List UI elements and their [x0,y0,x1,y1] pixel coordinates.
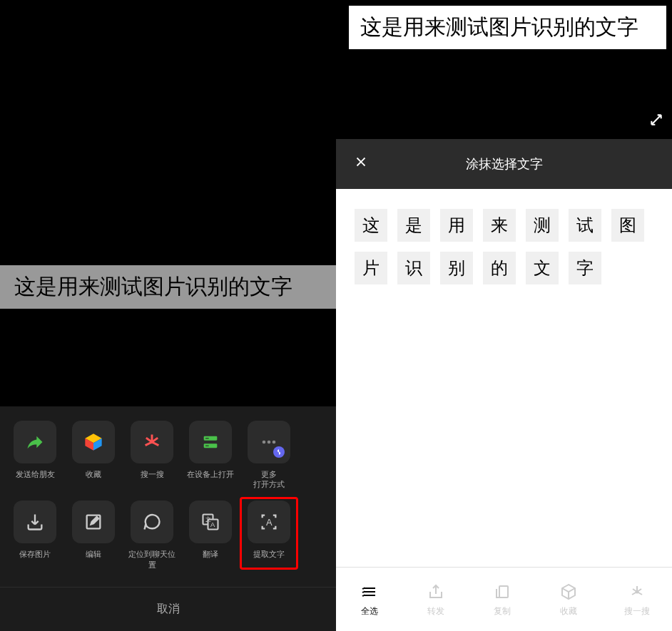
expand-icon[interactable] [649,113,663,130]
header-title: 涂抹选择文字 [466,155,543,173]
svg-point-12 [273,440,276,443]
character-item[interactable]: 片 [355,252,387,284]
share-icon [425,581,447,602]
cancel-button[interactable]: 取消 [0,587,336,631]
character-item[interactable]: 图 [611,209,644,242]
image-overlay-text: 这是用来测试图片识别的文字 [0,265,336,309]
copy-button[interactable]: 复制 [492,581,513,617]
svg-text:A: A [210,521,215,528]
svg-rect-8 [205,438,209,438]
locate-chat-button[interactable]: 定位到聊天位置 [123,501,181,570]
mini-program-badge-icon [273,446,285,458]
forward-button[interactable]: 转发 [425,581,447,617]
search-button-bottom[interactable]: 搜一搜 [624,581,650,617]
spark-outline-icon [626,581,648,602]
more-open-button[interactable]: 更多 打开方式 [240,421,298,490]
open-device-button[interactable]: 在设备上打开 [181,421,240,490]
svg-point-10 [263,440,266,443]
copy-icon [492,581,513,602]
search-button[interactable]: 搜一搜 [123,421,181,490]
character-item[interactable]: 这 [355,209,387,242]
download-icon [25,512,45,532]
translate-button[interactable]: 文 A 翻译 [181,501,240,570]
svg-point-11 [268,440,271,443]
character-item[interactable]: 来 [483,209,516,242]
share-row-1: 发送给朋友 收藏 [0,421,336,501]
send-friends-button[interactable]: 发送给朋友 [6,421,64,490]
chat-bubble-icon [142,512,162,532]
svg-rect-9 [205,445,209,446]
select-all-button[interactable]: 全选 [359,581,380,617]
share-row-2: 保存图片 编辑 定位到聊天位置 [0,501,336,581]
svg-text:A: A [266,517,273,528]
spark-icon [142,432,162,452]
selection-header: 涂抹选择文字 [336,139,672,189]
extract-text-button[interactable]: A 提取文字 [240,497,298,570]
favorites-button[interactable]: 收藏 [64,421,123,490]
character-item[interactable]: 识 [397,252,430,284]
share-sheet: 发送给朋友 收藏 [0,406,336,631]
edit-button[interactable]: 编辑 [64,501,123,570]
character-selection-area: 这是用来测试图片识别的文字 [336,189,672,567]
share-arrow-icon [25,432,45,452]
save-image-button[interactable]: 保存图片 [6,501,64,570]
close-icon[interactable] [353,154,369,174]
image-preview-area: 这是用来测试图片识别的文字 [336,0,672,139]
select-all-icon [359,581,380,602]
character-item[interactable]: 是 [397,209,430,242]
character-item[interactable]: 别 [440,252,473,284]
favorite-button[interactable]: 收藏 [558,581,579,617]
edit-icon [83,512,103,532]
character-grid: 这是用来测试图片识别的文字 [355,209,653,284]
bottom-toolbar: 全选 转发 复制 [336,567,672,631]
left-screenshot-panel: 这是用来测试图片识别的文字 发送给朋友 收藏 [0,0,336,631]
character-item[interactable]: 文 [526,252,559,284]
character-item[interactable]: 用 [440,209,473,242]
translate-icon: 文 A [200,512,220,532]
svg-rect-19 [499,586,508,597]
cube-outline-icon [558,581,579,602]
character-item[interactable]: 的 [483,252,516,284]
right-screenshot-panel: 这是用来测试图片识别的文字 涂抹选择文字 这是用来测试图片识别的文字 [336,0,672,631]
character-item[interactable]: 试 [569,209,601,242]
cube-icon [83,432,103,452]
image-text-content: 这是用来测试图片识别的文字 [349,6,666,49]
server-icon [200,432,220,452]
ocr-icon: A [259,512,279,532]
character-item[interactable]: 测 [526,209,559,242]
character-item[interactable]: 字 [569,252,601,284]
